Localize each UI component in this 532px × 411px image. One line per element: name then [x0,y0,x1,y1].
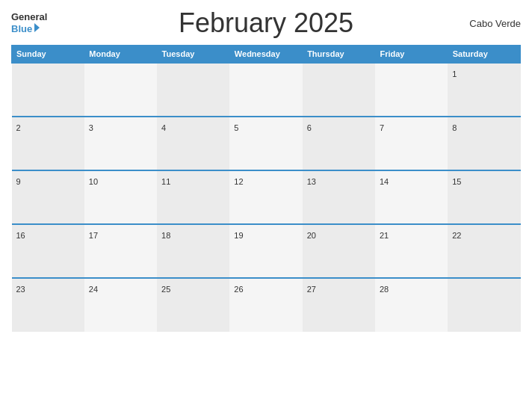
day-cell-20: 20 [303,224,375,278]
day-number-26: 26 [234,285,243,294]
logo-general-text: General [11,12,47,22]
day-number-5: 5 [234,123,238,132]
country-label: Cabo Verde [454,18,521,29]
day-number-4: 4 [161,123,166,132]
logo-blue-word: Blue [11,23,32,34]
day-cell-26: 26 [229,278,302,332]
logo-blue-text: Blue [11,23,40,34]
day-number-13: 13 [307,177,316,186]
day-cell-24: 24 [84,278,157,332]
day-cell-16: 16 [12,224,84,278]
day-cell-25: 25 [157,278,229,332]
day-number-1: 1 [452,69,457,78]
logo-triangle-icon [34,23,40,32]
day-cell-5: 5 [229,117,302,170]
week-row-2: 2345678 [12,117,521,170]
day-cell-3: 3 [84,117,157,170]
day-cell-2: 2 [12,117,84,170]
day-number-22: 22 [452,231,461,240]
day-number-8: 8 [452,123,457,132]
header-tuesday: Tuesday [157,46,229,64]
day-number-12: 12 [234,177,243,186]
day-cell-19: 19 [229,224,302,278]
week-row-5: 232425262728 [12,278,521,332]
empty-cell-w0-d1 [84,63,157,117]
day-cell-9: 9 [12,170,84,224]
week-row-4: 16171819202122 [12,224,521,278]
calendar-table: Sunday Monday Tuesday Wednesday Thursday… [11,45,521,332]
day-number-23: 23 [16,285,25,294]
day-cell-1: 1 [448,63,520,117]
day-header-row: Sunday Monday Tuesday Wednesday Thursday… [12,46,521,64]
day-number-28: 28 [380,285,389,294]
day-cell-15: 15 [448,170,520,224]
calendar-container: General Blue February 2025 Cabo Verde Su… [0,0,532,411]
day-number-20: 20 [307,231,316,240]
day-number-15: 15 [452,177,461,186]
week-row-3: 9101112131415 [12,170,521,224]
day-cell-18: 18 [157,224,229,278]
day-cell-10: 10 [84,170,157,224]
day-number-17: 17 [89,231,98,240]
day-cell-13: 13 [303,170,375,224]
day-cell-17: 17 [84,224,157,278]
day-number-16: 16 [16,231,25,240]
logo: General Blue [11,12,78,34]
day-cell-8: 8 [448,117,520,170]
day-number-11: 11 [161,177,170,186]
header-friday: Friday [375,46,448,64]
day-number-3: 3 [89,123,93,132]
day-cell-21: 21 [375,224,448,278]
header-saturday: Saturday [448,46,520,64]
week-row-1: 1 [12,63,521,117]
day-cell-7: 7 [375,117,448,170]
day-cell-28: 28 [375,278,448,332]
day-number-25: 25 [161,285,170,294]
day-cell-12: 12 [229,170,302,224]
empty-cell-w0-d0 [12,63,84,117]
header-sunday: Sunday [12,46,84,64]
day-number-9: 9 [16,177,21,186]
day-number-24: 24 [89,285,98,294]
day-number-7: 7 [380,123,384,132]
day-cell-22: 22 [448,224,520,278]
day-number-19: 19 [234,231,243,240]
empty-cell-w0-d2 [157,63,229,117]
header-thursday: Thursday [303,46,375,64]
day-cell-14: 14 [375,170,448,224]
calendar-header: General Blue February 2025 Cabo Verde [11,7,521,39]
empty-cell-w0-d4 [303,63,375,117]
day-number-27: 27 [307,285,316,294]
day-cell-4: 4 [157,117,229,170]
day-number-6: 6 [307,123,312,132]
day-number-14: 14 [380,177,389,186]
empty-cell-w0-d3 [229,63,302,117]
day-number-10: 10 [89,177,98,186]
calendar-title: February 2025 [78,7,454,39]
day-number-2: 2 [16,123,21,132]
empty-cell-w0-d5 [375,63,448,117]
header-wednesday: Wednesday [229,46,302,64]
day-cell-6: 6 [303,117,375,170]
day-cell-11: 11 [157,170,229,224]
day-number-18: 18 [161,231,170,240]
day-cell-27: 27 [303,278,375,332]
empty-cell-w4-d6 [448,278,520,332]
day-number-21: 21 [380,231,389,240]
day-cell-23: 23 [12,278,84,332]
header-monday: Monday [84,46,157,64]
